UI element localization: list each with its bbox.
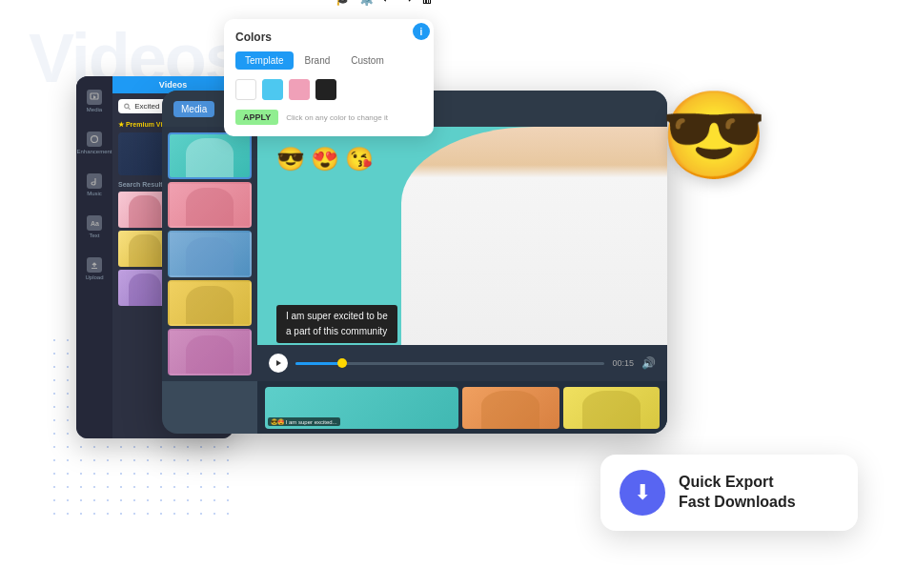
- export-download-icon: ⬇: [634, 482, 651, 503]
- time-display: 00:15: [612, 358, 634, 368]
- panel-toolbar: 🎓 ⚙️ ↩ ↪ 🗑: [335, 0, 434, 6]
- caption-line-1: I am super excited to be: [286, 309, 388, 324]
- export-card: ⬇ Quick Export Fast Downloads: [600, 455, 858, 531]
- sidebar-item-music[interactable]: Music: [81, 172, 108, 198]
- svg-line-7: [129, 108, 131, 110]
- upload-icon: [87, 257, 102, 273]
- sidebar-item-enhancement[interactable]: Enhancement: [81, 130, 108, 156]
- editor-content: 😎 😍 😘 I am super excited to be a part of…: [162, 127, 667, 381]
- export-title: Quick Export: [679, 473, 839, 493]
- music-icon: [87, 173, 102, 189]
- filmstrip-caption-overlay: I am super excited to be 😎😍 I am super e…: [268, 417, 340, 426]
- enhancement-label: Enhancement: [76, 149, 112, 154]
- color-swatches: [235, 79, 422, 100]
- swatch-blue[interactable]: [262, 79, 283, 100]
- media-icon: [87, 90, 102, 105]
- svg-text:Aa: Aa: [91, 220, 99, 227]
- sidebar-item-text[interactable]: Aa Text: [81, 213, 108, 240]
- undo-btn[interactable]: ↩: [382, 0, 394, 6]
- swatch-white[interactable]: [235, 79, 256, 100]
- colors-tab-custom[interactable]: Custom: [341, 51, 393, 70]
- export-text-block: Quick Export Fast Downloads: [679, 473, 839, 513]
- info-icon: i: [413, 23, 430, 40]
- volume-icon[interactable]: 🔊: [641, 356, 656, 370]
- colors-tab-brand[interactable]: Brand: [295, 51, 340, 70]
- music-label: Music: [87, 191, 102, 196]
- settings-icon: ⚙️: [358, 0, 375, 6]
- export-icon-circle: ⬇: [620, 470, 665, 516]
- main-person-area: [401, 127, 668, 381]
- upload-label: Upload: [85, 274, 103, 280]
- main-editor: Media Enhancement Music Text Upload: [162, 91, 667, 434]
- svg-point-6: [125, 104, 129, 108]
- person-figure: [401, 127, 668, 381]
- hat-icon: 🎓: [335, 0, 351, 6]
- text-label: Text: [89, 233, 99, 238]
- colors-apply-row: APPLY Click on any color to change it: [235, 110, 422, 125]
- swatch-black[interactable]: [315, 79, 336, 100]
- progress-track[interactable]: [295, 362, 604, 365]
- emoji-bar: 😎 😍 😘: [276, 146, 374, 172]
- caption-line-2: a part of this community: [286, 324, 388, 339]
- editor-tab-media[interactable]: Media: [173, 101, 214, 117]
- delete-btn[interactable]: 🗑: [420, 0, 434, 6]
- text-icon: Aa: [87, 215, 102, 231]
- svg-point-2: [92, 136, 98, 143]
- caption-box[interactable]: I am super excited to be a part of this …: [276, 305, 397, 343]
- editor-thumb-1[interactable]: [168, 132, 252, 179]
- big-emoji-decoration: 😎: [661, 86, 767, 186]
- editor-thumb-3[interactable]: [168, 231, 252, 277]
- colors-tab-template[interactable]: Template: [235, 51, 294, 70]
- apply-hint: Click on any color to change it: [286, 113, 388, 122]
- search-icon: [124, 103, 131, 111]
- sidebar-item-media[interactable]: Media: [81, 88, 108, 114]
- export-subtitle: Fast Downloads: [679, 493, 839, 513]
- filmstrip-thumb-1[interactable]: I am super excited to be 😎😍 I am super e…: [265, 387, 458, 429]
- apply-button[interactable]: APPLY: [235, 110, 278, 125]
- filmstrip-thumb-2[interactable]: [462, 387, 559, 429]
- emoji-heart-eyes: 😍: [311, 146, 339, 172]
- sidebar-icons: Media Enhancement Music Aa Text Upload: [76, 76, 112, 438]
- svg-marker-8: [276, 360, 281, 366]
- colors-panel-tabs: Template Brand Custom: [235, 51, 422, 70]
- sidebar-item-upload[interactable]: Upload: [81, 255, 108, 282]
- filmstrip-thumb-3[interactable]: [563, 387, 661, 429]
- emoji-sunglasses: 😎: [276, 146, 305, 172]
- enhancement-icon: [87, 132, 102, 147]
- colors-panel-title: Colors: [235, 30, 422, 44]
- media-label: Media: [87, 107, 102, 112]
- filmstrip: I am super excited to be 😎😍 I am super e…: [257, 381, 667, 434]
- editor-thumb-2[interactable]: [168, 182, 252, 229]
- colors-panel: 🎓 ⚙️ ↩ ↪ 🗑 i Colors Template Brand Custo…: [224, 19, 434, 136]
- play-button[interactable]: [269, 354, 288, 373]
- editor-thumb-5[interactable]: [168, 329, 252, 375]
- emoji-kiss: 😘: [345, 146, 374, 172]
- editor-canvas: 😎 😍 😘 I am super excited to be a part of…: [257, 127, 667, 381]
- editor-thumb-4[interactable]: [168, 280, 252, 327]
- progress-thumb[interactable]: [337, 358, 347, 368]
- editor-progress-bar: 00:15 🔊: [257, 345, 667, 381]
- redo-btn[interactable]: ↪: [401, 0, 413, 6]
- editor-sidebar-thumbnails: [162, 127, 257, 381]
- swatch-pink[interactable]: [289, 79, 310, 100]
- progress-fill: [295, 362, 342, 365]
